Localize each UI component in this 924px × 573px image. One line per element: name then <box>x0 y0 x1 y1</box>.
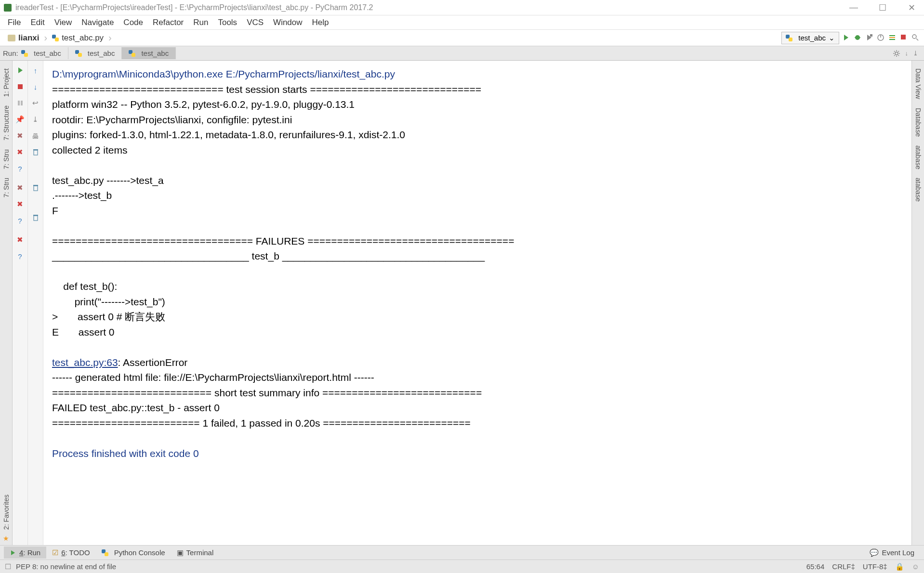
close-all-icon-2[interactable]: ✖ <box>15 199 25 209</box>
bottom-run[interactable]: 4: Run <box>4 547 46 559</box>
star-icon: ★ <box>3 534 9 545</box>
close-tab-icon[interactable]: ✖ <box>15 131 25 141</box>
help-icon-3[interactable]: ? <box>15 251 25 261</box>
svg-rect-18 <box>33 185 38 186</box>
bottom-python-console[interactable]: Python Console <box>96 547 171 559</box>
help-icon-2[interactable]: ? <box>15 216 25 225</box>
close-tab-icon-2[interactable]: ✖ <box>15 183 25 193</box>
statusbar: ☐ PEP 8: no newline at end of file 65:64… <box>0 560 924 573</box>
side-project[interactable]: 1: Project <box>2 65 10 101</box>
run-tab[interactable]: test_abc <box>122 47 176 59</box>
trash-icon-2[interactable] <box>31 183 40 193</box>
menu-refactor[interactable]: Refactor <box>148 16 188 29</box>
run-config-selector[interactable]: test_abc ⌄ <box>781 32 839 44</box>
side-database[interactable]: Database <box>914 104 922 141</box>
console-line: ___________________________________ test… <box>52 248 903 264</box>
file-encoding[interactable]: UTF-8‡ <box>863 562 887 571</box>
python-file-icon <box>786 35 792 41</box>
trash-icon-3[interactable] <box>31 213 40 222</box>
stop-icon[interactable] <box>15 82 25 91</box>
minimize-button[interactable]: — <box>845 1 862 14</box>
trash-icon[interactable] <box>31 147 40 157</box>
side-atabase-3[interactable]: atabase <box>914 174 922 206</box>
run-tab[interactable]: test_abc <box>14 47 68 59</box>
side-stru-3[interactable]: 7: Stru <box>2 174 10 201</box>
print-icon[interactable]: 🖶 <box>31 131 40 141</box>
menu-file[interactable]: File <box>3 16 26 29</box>
bottom-event-log[interactable]: 💬 Event Log <box>864 547 920 559</box>
window-title: ireaderTest - [E:\PycharmProjects\ireade… <box>15 3 845 12</box>
svg-rect-6 <box>889 37 895 38</box>
menu-code[interactable]: Code <box>119 16 148 29</box>
pin-icon[interactable]: 📌 <box>15 115 25 124</box>
titlebar: ireaderTest - [E:\PycharmProjects\ireade… <box>0 0 924 15</box>
rerun-icon[interactable] <box>15 65 25 75</box>
bottom-todo[interactable]: ☑ 6: TODO <box>46 547 95 559</box>
line-separator[interactable]: CRLF‡ <box>832 562 855 571</box>
console-output[interactable]: D:\myprogram\Miniconda3\python.exe E:/Py… <box>43 61 911 545</box>
menu-vcs[interactable]: VCS <box>242 16 268 29</box>
side-atabase-2[interactable]: atabase <box>914 142 922 173</box>
console-line: rootdir: E:\PycharmProjects\lianxi, conf… <box>52 112 903 128</box>
side-stru-2[interactable]: 7: Stru <box>2 145 10 173</box>
svg-rect-3 <box>870 34 872 37</box>
side-structure[interactable]: 7: Structure <box>2 102 10 144</box>
close-all-icon[interactable]: ✖ <box>15 147 25 157</box>
menu-tools[interactable]: Tools <box>213 16 242 29</box>
close-button[interactable]: ✕ <box>903 1 920 14</box>
arrow-down-icon[interactable]: ↓ <box>905 50 909 57</box>
down-arrow-icon[interactable]: ↓ <box>31 82 40 91</box>
help-icon[interactable]: ? <box>15 164 25 173</box>
console-line: ========================= 1 failed, 1 pa… <box>52 416 903 431</box>
console-line: FAILED test_abc.py::test_b - assert 0 <box>52 400 903 416</box>
lock-icon[interactable]: 🔒 <box>895 562 904 571</box>
up-arrow-icon[interactable]: ↑ <box>31 65 40 75</box>
menu-view[interactable]: View <box>50 16 77 29</box>
menu-run[interactable]: Run <box>188 16 213 29</box>
svg-point-9 <box>912 35 916 39</box>
cursor-position[interactable]: 65:64 <box>806 562 825 571</box>
run-tab[interactable]: test_abc <box>68 47 122 59</box>
soft-wrap-icon[interactable]: ↩ <box>31 98 40 108</box>
side-favorites[interactable]: 2: Favorites <box>2 491 10 534</box>
coverage-button[interactable] <box>865 34 874 42</box>
stop-button[interactable] <box>900 34 909 42</box>
collapse-icon[interactable]: ⤓ <box>913 50 918 57</box>
console-line: E assert 0 <box>52 325 903 340</box>
navbar: lianxi › test_abc.py › test_abc ⌄ <box>0 30 924 46</box>
python-file-icon <box>52 35 59 41</box>
maximize-button[interactable]: ☐ <box>874 1 891 14</box>
breadcrumb-folder[interactable]: lianxi <box>4 32 43 44</box>
run-button[interactable] <box>842 34 851 42</box>
concurrency-button[interactable] <box>888 34 897 42</box>
menu-edit[interactable]: Edit <box>26 16 49 29</box>
svg-rect-5 <box>889 35 895 36</box>
gear-icon[interactable] <box>893 50 900 57</box>
console-line: print("------->test_b") <box>52 294 903 310</box>
side-data-view[interactable]: Data View <box>914 65 922 103</box>
debug-button[interactable] <box>854 34 862 42</box>
run-panel-label: Run: <box>3 49 18 57</box>
scroll-end-icon[interactable]: ⤓ <box>31 115 40 124</box>
svg-point-0 <box>855 35 860 40</box>
menu-window[interactable]: Window <box>268 16 307 29</box>
run-actions-col-2: ↑ ↓ ↩ ⤓ 🖶 <box>28 61 43 545</box>
pause-icon[interactable] <box>15 98 25 108</box>
menubar: File Edit View Navigate Code Refactor Ru… <box>0 15 924 30</box>
svg-rect-20 <box>33 215 38 216</box>
run-tabbar: Run: test_abc test_abc test_abc ↓ ⤓ <box>0 46 924 61</box>
bottom-terminal[interactable]: ▣ Terminal <box>171 547 220 559</box>
menu-help[interactable]: Help <box>307 16 334 29</box>
svg-rect-7 <box>889 39 895 40</box>
menu-navigate[interactable]: Navigate <box>77 16 119 29</box>
status-box-icon[interactable]: ☐ <box>5 562 11 571</box>
profile-button[interactable] <box>877 34 885 42</box>
close-all-icon-3[interactable]: ✖ <box>15 235 25 245</box>
console-line: ============================= test sessi… <box>52 82 903 97</box>
breadcrumb-file[interactable]: test_abc.py <box>48 32 107 44</box>
inspector-icon[interactable]: ☺ <box>912 562 919 571</box>
status-message: PEP 8: no newline at end of file <box>16 562 116 571</box>
python-file-icon <box>75 50 82 57</box>
python-file-icon <box>21 50 28 57</box>
search-button[interactable] <box>911 34 920 42</box>
